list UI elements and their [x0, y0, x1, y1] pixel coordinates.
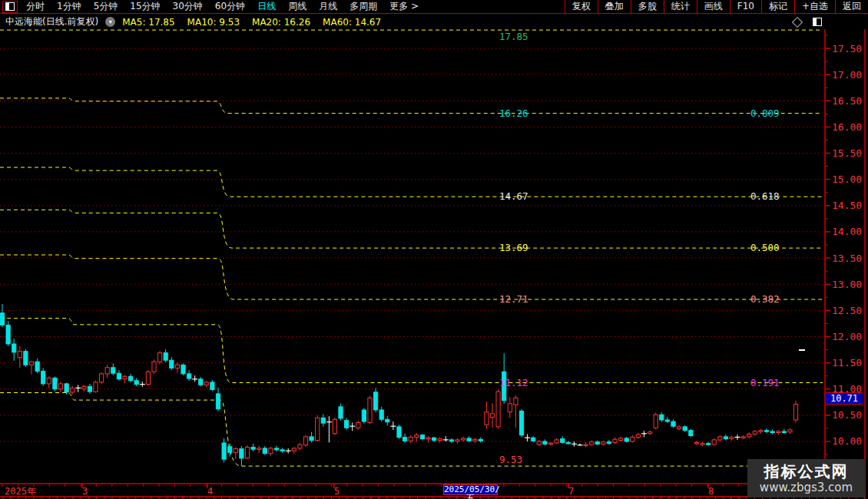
- ma-value: MA60: 14.67: [323, 17, 381, 28]
- top-toolbar: 分时1分钟5分钟15分钟30分钟60分钟日线周线月线多周期更多 > 复权叠加多股…: [0, 0, 868, 14]
- svg-text:12.00: 12.00: [832, 331, 862, 342]
- x-axis-label: 4: [207, 486, 213, 497]
- svg-text:14.00: 14.00: [832, 226, 862, 237]
- svg-text:0.618: 0.618: [750, 190, 780, 202]
- svg-text:17.85: 17.85: [499, 31, 528, 42]
- svg-text:15.00: 15.00: [832, 173, 862, 185]
- period-menu-item[interactable]: 多周期: [343, 0, 383, 13]
- panel-split-icon[interactable]: [813, 18, 822, 26]
- svg-text:16.00: 16.00: [832, 121, 862, 133]
- svg-text:10.50: 10.50: [832, 409, 862, 421]
- stock-chart-app: { "toolbar": { "left_items": ["分时","1分钟"…: [0, 0, 868, 499]
- period-menu-item[interactable]: 更多 >: [383, 0, 425, 13]
- tools-menu-item[interactable]: 标记: [761, 0, 794, 14]
- period-menu-item[interactable]: 1分钟: [51, 0, 88, 13]
- info-bar: 中远海能(日线.前复权) ▾ MA5: 17.85MA10: 9.53MA20:…: [0, 15, 868, 29]
- svg-text:17.00: 17.00: [832, 69, 862, 81]
- svg-text:14.50: 14.50: [832, 200, 862, 211]
- x-axis-label: 3: [82, 486, 88, 497]
- period-menu-item[interactable]: 周线: [282, 0, 313, 13]
- ma-value-list: MA5: 17.85MA10: 9.53MA20: 16.26MA60: 14.…: [122, 17, 393, 28]
- price-chart-svg[interactable]: 17.8516.260.80914.670.61813.690.50012.71…: [0, 0, 868, 499]
- current-price-badge: 10.71: [826, 392, 863, 405]
- svg-text:15.50: 15.50: [832, 147, 862, 159]
- svg-text:13.00: 13.00: [832, 279, 862, 290]
- x-axis-label: 2025年: [5, 486, 36, 497]
- watermark-title: 指标公式网: [764, 462, 849, 481]
- x-axis-label: 8: [708, 486, 714, 497]
- x-axis-label: 5: [334, 486, 340, 497]
- period-menu-item[interactable]: 60分钟: [209, 0, 251, 13]
- svg-text:9.53: 9.53: [499, 454, 522, 465]
- svg-text:11.12: 11.12: [499, 377, 528, 388]
- period-menu-item[interactable]: 月线: [313, 0, 343, 13]
- watermark-url: www.zbgs3.com: [760, 481, 853, 494]
- window-layout-button[interactable]: [2, 1, 18, 13]
- svg-text:11.50: 11.50: [832, 357, 862, 368]
- ma-value: MA20: 16.26: [252, 17, 310, 28]
- period-menu-item[interactable]: 5分钟: [88, 0, 124, 13]
- tools-menu-item[interactable]: 多股: [631, 0, 664, 14]
- tools-menu-item[interactable]: +自选: [794, 0, 835, 14]
- ma-value: MA5: 17.85: [122, 17, 174, 28]
- chevron-down-icon[interactable]: ▾: [105, 17, 115, 27]
- svg-text:16.50: 16.50: [832, 95, 862, 107]
- svg-text:14.67: 14.67: [499, 190, 528, 202]
- tools-menu-item[interactable]: 复权: [565, 0, 598, 14]
- period-menu: 分时1分钟5分钟15分钟30分钟60分钟日线周线月线多周期更多 >: [20, 0, 425, 13]
- tools-menu-item[interactable]: 叠加: [598, 0, 631, 14]
- period-menu-item[interactable]: 15分钟: [124, 0, 166, 13]
- selected-date-badge[interactable]: 2025/05/30/五: [443, 484, 498, 495]
- tools-menu-item[interactable]: 画线: [697, 0, 730, 14]
- svg-text:13.69: 13.69: [499, 242, 528, 253]
- tools-menu: 复权叠加多股统计画线F10标记+自选返回: [565, 0, 868, 14]
- svg-text:17.50: 17.50: [832, 43, 862, 55]
- info-bar-icons: [793, 18, 822, 26]
- watermark: 指标公式网 www.zbgs3.com: [747, 459, 865, 497]
- x-axis-label: 7: [568, 486, 574, 497]
- period-menu-item[interactable]: 30分钟: [167, 0, 209, 13]
- svg-text:0.500: 0.500: [750, 242, 780, 253]
- tools-menu-item[interactable]: F10: [730, 0, 761, 14]
- diamond-icon[interactable]: [792, 16, 803, 27]
- svg-text:12.71: 12.71: [499, 293, 528, 305]
- tools-menu-item[interactable]: 统计: [664, 0, 697, 14]
- svg-text:16.26: 16.26: [499, 107, 528, 119]
- stock-title: 中远海能(日线.前复权): [5, 15, 98, 28]
- svg-text:10.00: 10.00: [832, 435, 862, 447]
- svg-text:0.382: 0.382: [750, 293, 780, 305]
- svg-text:13.50: 13.50: [832, 253, 862, 264]
- ma-value: MA10: 9.53: [187, 17, 240, 28]
- period-menu-item[interactable]: 分时: [20, 0, 51, 13]
- svg-text:0.191: 0.191: [750, 377, 780, 388]
- svg-text:0.809: 0.809: [750, 107, 780, 119]
- split-square-icon: [5, 2, 15, 11]
- tools-menu-item[interactable]: 返回: [835, 0, 868, 14]
- period-menu-item[interactable]: 日线: [251, 0, 282, 13]
- svg-text:12.50: 12.50: [832, 305, 862, 316]
